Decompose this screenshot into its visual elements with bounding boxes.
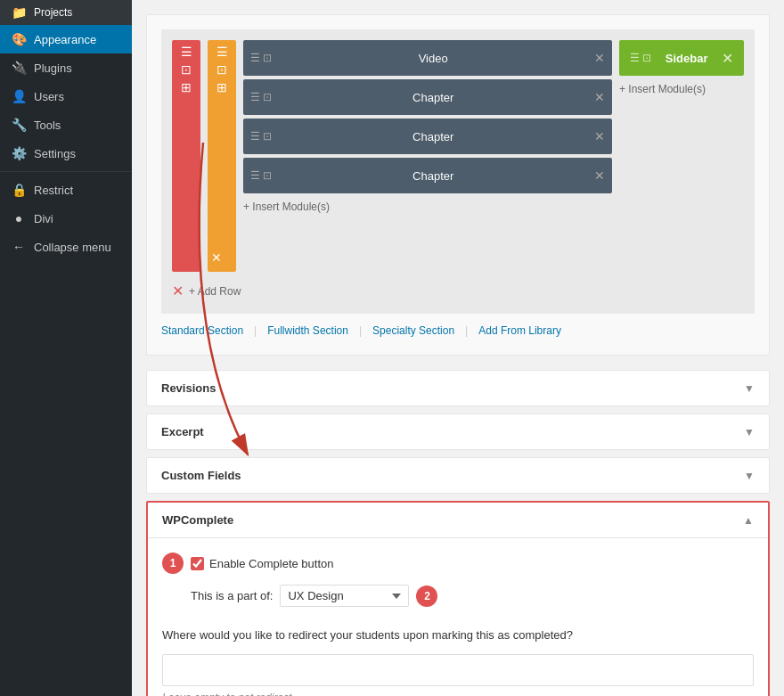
sidebar-label-projects: Projects (34, 6, 72, 19)
section-col-red: ☰ ⊡ ⊞ (172, 40, 200, 272)
part-of-row: This is a part of: UX Design Web Develop… (162, 585, 754, 607)
custom-fields-panel: Custom Fields ▼ (146, 457, 770, 494)
sidebar-item-restrict[interactable]: 🔒 Restrict (0, 176, 132, 204)
part-of-select[interactable]: UX Design Web Development Graphic Design (280, 585, 409, 607)
excerpt-panel: Excerpt ▼ (146, 414, 770, 450)
settings-icon: ⚙️ (11, 146, 27, 160)
restrict-icon: 🔒 (11, 183, 27, 197)
module-chapter3-close[interactable]: ✕ (594, 168, 605, 183)
custom-fields-arrow: ▼ (744, 470, 755, 482)
builder-canvas: ☰ ⊡ ⊞ ☰ ⊡ ⊞ ✕ ☰ ⊡ V (161, 29, 755, 314)
wpcomplete-header[interactable]: WPComplete ▲ (148, 503, 768, 538)
excerpt-label: Excerpt (161, 425, 204, 438)
badge-1: 1 (162, 553, 184, 574)
projects-icon: 📁 (11, 5, 27, 20)
users-icon: 👤 (11, 89, 27, 103)
sidebar-item-collapse[interactable]: ← Collapse menu (0, 233, 132, 261)
redirect-label: Where would you like to redirect your st… (162, 628, 754, 642)
main-content: ☰ ⊡ ⊞ ☰ ⊡ ⊞ ✕ ☰ ⊡ V (132, 0, 784, 696)
redirect-section: Where would you like to redirect your st… (162, 628, 754, 696)
divider-3: | (465, 324, 468, 337)
sidebar-label-users: Users (34, 90, 64, 103)
red-close-bottom-icon[interactable]: ✕ (172, 282, 184, 299)
module-chapter-2: ☰ ⊡ Chapter ✕ (243, 119, 612, 154)
sidebar-module-icons: ☰ ⊡ (630, 52, 651, 64)
red-layout-icon: ⊡ (181, 63, 192, 76)
orange-menu-icon: ☰ (216, 45, 228, 58)
excerpt-header[interactable]: Excerpt ▼ (147, 414, 769, 449)
part-of-label: This is a part of: (191, 589, 273, 602)
sidebar-item-divi[interactable]: ● Divi (0, 204, 132, 233)
sidebar-item-projects[interactable]: 📁 Projects (0, 0, 132, 25)
section-footer: Standard Section | Fullwidth Section | S… (161, 321, 755, 340)
section-col-orange: ☰ ⊡ ⊞ ✕ (208, 40, 236, 272)
module-video: ☰ ⊡ Video ✕ (243, 40, 612, 76)
custom-fields-header[interactable]: Custom Fields ▼ (147, 458, 769, 493)
module-chapter-1: ☰ ⊡ Chapter ✕ (243, 79, 612, 115)
red-menu-icon: ☰ (181, 45, 192, 58)
orange-layout-icon: ⊡ (216, 63, 227, 76)
sidebar-label-divi: Divi (34, 212, 53, 225)
wpcomplete-arrow: ▲ (743, 514, 754, 527)
orange-close-icon[interactable]: ✕ (211, 250, 222, 265)
sidebar-item-settings[interactable]: ⚙️ Settings (0, 139, 132, 168)
module-chapter3-name: Chapter (279, 169, 587, 183)
redirect-hint: Leave empty to not redirect. (162, 692, 754, 696)
builder-top-row: ☰ ⊡ ⊞ ☰ ⊡ ⊞ ✕ ☰ ⊡ V (172, 40, 744, 272)
specialty-section-link[interactable]: Specialty Section (372, 324, 454, 337)
add-row-link[interactable]: + Add Row (189, 285, 241, 298)
enable-complete-label: Enable Complete button (209, 557, 333, 570)
divi-icon: ● (11, 211, 27, 225)
insert-module-link-1[interactable]: + Insert Module(s) (243, 201, 612, 213)
revisions-panel: Revisions ▼ (146, 370, 770, 406)
wpcomplete-body: 1 Enable Complete button This is a part … (148, 538, 768, 696)
add-row-text: + Add Row (189, 285, 241, 298)
sidebar-label-settings: Settings (34, 147, 76, 160)
modules-sidebar-area: ☰ ⊡ Sidebar ✕ + Insert Module(s) (619, 40, 744, 95)
sidebar-label-plugins: Plugins (34, 61, 72, 75)
appearance-icon: 🎨 (11, 32, 27, 46)
module-chapter3-icons: ☰ ⊡ (250, 169, 272, 182)
tools-icon: 🔧 (11, 118, 27, 132)
excerpt-arrow: ▼ (744, 426, 755, 438)
sidebar: 📁 Projects 🎨 Appearance 🔌 Plugins 👤 User… (0, 0, 132, 696)
red-grid-icon: ⊞ (181, 81, 192, 94)
sidebar-label-collapse: Collapse menu (34, 241, 111, 254)
module-video-close[interactable]: ✕ (594, 51, 605, 65)
plugins-icon: 🔌 (11, 61, 27, 75)
wpcomplete-title: WPComplete (162, 513, 233, 527)
standard-section-link[interactable]: Standard Section (161, 324, 243, 337)
module-video-name: Video (279, 52, 587, 65)
insert-module-text-2: + Insert Module(s) (619, 83, 706, 95)
module-chapter-3: ☰ ⊡ Chapter ✕ (243, 158, 612, 193)
sidebar-label-appearance: Appearance (34, 33, 96, 46)
sidebar-item-users[interactable]: 👤 Users (0, 82, 132, 111)
collapse-icon: ← (11, 240, 27, 254)
enable-complete-checkbox[interactable] (191, 557, 204, 570)
add-row-bar: ✕ + Add Row (172, 279, 744, 303)
main-content-wrapper: ☰ ⊡ ⊞ ☰ ⊡ ⊞ ✕ ☰ ⊡ V (132, 0, 784, 696)
sidebar-label-restrict: Restrict (34, 184, 73, 197)
module-video-icons: ☰ ⊡ (250, 52, 272, 64)
badge-2: 2 (416, 585, 437, 607)
sidebar-divider (0, 171, 132, 172)
sidebar-module-close[interactable]: ✕ (722, 50, 733, 67)
modules-area: ☰ ⊡ Video ✕ ☰ ⊡ Chapter ✕ ☰ ⊡ Chapter (243, 40, 612, 213)
sidebar-item-appearance[interactable]: 🎨 Appearance (0, 25, 132, 53)
add-from-library-link[interactable]: Add From Library (478, 324, 561, 337)
insert-module-link-2[interactable]: + Insert Module(s) (619, 83, 744, 95)
sidebar-module-name: Sidebar (658, 52, 715, 65)
divider-1: | (254, 324, 257, 337)
sidebar-item-plugins[interactable]: 🔌 Plugins (0, 53, 132, 82)
sidebar-item-tools[interactable]: 🔧 Tools (0, 111, 132, 139)
module-chapter1-close[interactable]: ✕ (594, 90, 605, 104)
sidebar-label-tools: Tools (34, 119, 61, 132)
fullwidth-section-link[interactable]: Fullwidth Section (267, 324, 348, 337)
redirect-input[interactable] (162, 654, 754, 686)
revisions-header[interactable]: Revisions ▼ (147, 371, 769, 405)
wpcomplete-panel: WPComplete ▲ 1 Enable Complete button Th… (146, 501, 770, 696)
module-chapter1-icons: ☰ ⊡ (250, 91, 272, 103)
module-chapter2-icons: ☰ ⊡ (250, 130, 272, 143)
orange-grid-icon: ⊞ (216, 81, 227, 94)
module-chapter2-close[interactable]: ✕ (594, 129, 605, 143)
